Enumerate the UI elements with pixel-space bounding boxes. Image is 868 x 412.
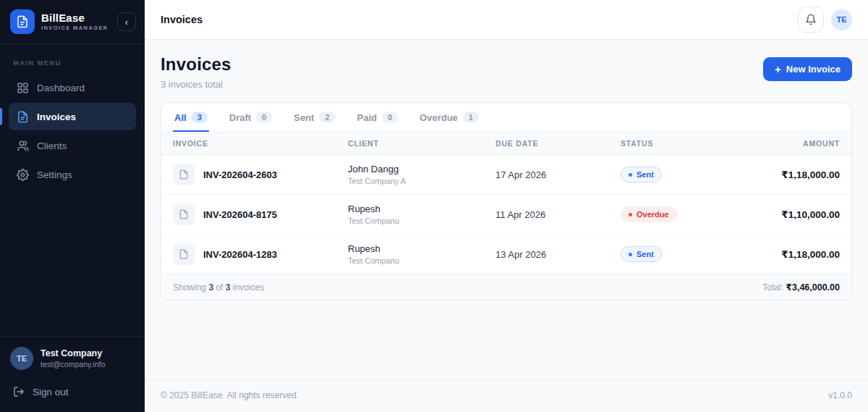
showing-label: Showing [173,282,206,293]
sign-out-label: Sign out [33,387,69,398]
topbar-actions: TE [798,7,852,33]
table-header-row: INVOICE CLIENT DUE DATE STATUS AMOUNT [161,133,851,155]
user-email: test@company.info [41,360,105,369]
client-company: Test Company A [348,177,495,185]
tab-sent[interactable]: Sent 2 [292,103,336,132]
invoice-document-icon [16,15,29,28]
total-count: 3 [226,282,231,293]
app-name: BillEase [41,12,111,24]
sidebar-item-label: Invoices [37,112,76,122]
invoice-amount: ₹1,18,000.00 [738,169,840,180]
sidebar-nav: MAIN MENU Dashboard Invoices [0,44,145,336]
tab-label: Draft [229,112,251,123]
sidebar-item-settings[interactable]: Settings [9,161,136,188]
client-company: Test Companu [348,256,495,265]
invoice-number: INV-202604-2603 [203,169,277,180]
sidebar-item-clients[interactable]: Clients [9,132,136,159]
sign-out-icon [13,386,25,398]
client-cell: Rupesh Test Companu [348,243,495,265]
status-dot-icon [629,253,632,256]
app-subtitle: INVOICE MANAGER [41,25,111,32]
app-logo [10,9,35,34]
status-badge: Overdue [621,206,677,222]
status-dot-icon [629,173,632,177]
user-name: Test Company [41,348,105,358]
status-badge: Sent [621,167,662,182]
brand: BillEase INVOICE MANAGER [41,12,111,32]
bell-icon [805,14,817,25]
invoices-label: invoices [233,282,264,293]
dashboard-grid-icon [16,81,29,94]
tab-count-badge: 0 [256,112,272,123]
tab-count-badge: 0 [382,112,398,123]
tab-label: All [174,112,187,123]
plus-icon: + [775,64,781,75]
sidebar-header: BillEase INVOICE MANAGER ‹ [0,0,145,44]
table-footer: Showing 3 of 3 invoices Total: ₹3,46,000… [161,274,851,300]
invoice-cell: INV-202604-8175 [173,203,348,225]
status-cell: Sent [621,246,738,263]
tab-draft[interactable]: Draft 0 [228,103,273,132]
invoice-number: INV-202604-8175 [203,209,277,220]
invoice-amount: ₹1,10,000.00 [738,209,840,220]
tab-count-badge: 2 [319,112,335,123]
user-info: Test Company test@company.info [41,348,105,369]
status-label: Sent [637,250,654,258]
page-footer: © 2025 BillEase. All rights reserved. v1… [145,379,868,412]
status-cell: Overdue [621,206,738,223]
of-label: of [216,282,223,293]
due-date: 17 Apr 2026 [495,169,621,180]
sidebar-user: TE Test Company test@company.info [10,347,135,370]
sidebar-footer: TE Test Company test@company.info Sign o… [0,336,145,412]
table-row[interactable]: INV-202604-8175 Rupesh Test Companu 11 A… [161,195,851,235]
sidebar-item-invoices[interactable]: Invoices [9,103,136,130]
client-company: Test Companu [348,216,495,225]
main-area: Invoices TE Invoices 3 invoices total + … [145,0,868,412]
sidebar-section-label: MAIN MENU [9,59,136,74]
sidebar-item-dashboard[interactable]: Dashboard [9,74,136,101]
table-row[interactable]: INV-202604-2603 John Dangg Test Company … [161,155,851,195]
status-cell: Sent [621,167,738,183]
file-icon [173,203,195,225]
invoice-number: INV-202604-1283 [203,249,277,260]
client-cell: John Dangg Test Company A [348,164,495,185]
new-invoice-button[interactable]: + New Invoice [763,57,852,81]
user-avatar: TE [10,347,33,370]
tab-all[interactable]: All 3 [173,103,209,132]
tab-paid[interactable]: Paid 0 [356,103,400,132]
table-row[interactable]: INV-202604-1283 Rupesh Test Companu 13 A… [161,235,851,274]
page-header-text: Invoices 3 invoices total [161,54,231,90]
sidebar-item-label: Clients [37,140,67,151]
client-name: Rupesh [348,243,495,254]
column-header-client: CLIENT [348,139,495,148]
notifications-button[interactable] [798,7,824,33]
tab-count-badge: 3 [192,112,208,123]
column-header-status: STATUS [621,139,738,148]
status-badge: Sent [621,246,662,262]
sign-out-button[interactable]: Sign out [10,383,135,400]
topbar-avatar[interactable]: TE [831,9,852,30]
topbar: Invoices TE [145,0,868,40]
column-header-invoice: INVOICE [173,139,348,148]
invoice-amount: ₹1,18,000.00 [738,248,840,260]
page-title: Invoices [161,54,231,75]
page-content: Invoices 3 invoices total + New Invoice … [145,40,868,379]
version-text: v1.0.0 [828,390,852,400]
column-header-due-date: DUE DATE [495,139,621,148]
total-summary: Total: ₹3,46,000.00 [762,282,840,293]
copyright-text: © 2025 BillEase. All rights reserved. [161,390,299,400]
invoices-card: All 3 Draft 0 Sent 2 Paid 0 Overdue 1 [161,102,852,300]
page-header: Invoices 3 invoices total + New Invoice [161,54,852,90]
status-label: Sent [637,170,654,179]
file-icon [173,164,195,185]
new-invoice-label: New Invoice [786,64,841,75]
tab-overdue[interactable]: Overdue 1 [418,103,480,132]
gear-icon [16,168,29,181]
status-dot-icon [629,213,632,216]
breadcrumb-title: Invoices [161,14,203,25]
invoice-document-icon [16,110,29,123]
sidebar-item-label: Dashboard [37,83,85,93]
sidebar-collapse-button[interactable]: ‹ [117,12,136,31]
invoice-cell: INV-202604-1283 [173,243,348,265]
client-name: Rupesh [348,203,495,214]
